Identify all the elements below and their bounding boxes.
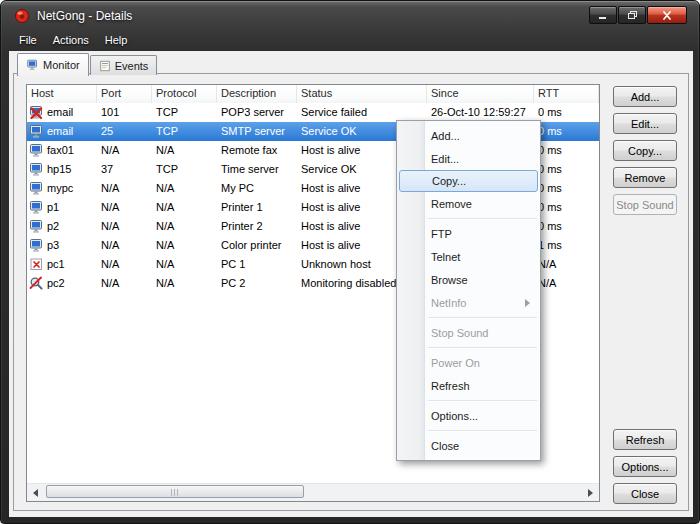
add-button[interactable]: Add... [613,86,677,107]
cell-rtt: 0 ms [534,217,599,236]
host-cell: email [27,122,97,141]
cell-description: PC 1 [217,255,297,274]
context-menu: Add...Edit...Copy...RemoveFTPTelnetBrows… [396,120,541,461]
tab-monitor[interactable]: Monitor [17,53,89,76]
cell-port: N/A [97,274,152,293]
column-header-host[interactable]: Host [27,85,97,103]
cell-description: Printer 2 [217,217,297,236]
menu-item-options[interactable]: Options... [397,404,540,427]
app-window: NetGong - Details File Actions Help [0,0,700,524]
menu-item-label: Copy... [432,175,466,187]
column-header-port[interactable]: Port [97,85,152,103]
window-title: NetGong - Details [37,9,132,23]
options-button[interactable]: Options... [613,456,677,477]
monitor-icon [26,59,39,71]
host-name: hp15 [47,160,71,179]
tab-bar: Monitor Events [17,53,158,75]
menu-help[interactable]: Help [97,33,136,49]
host-name: p2 [47,217,59,236]
tab-events[interactable]: Events [90,55,158,75]
cell-protocol: N/A [152,255,217,274]
monitoring-disabled-icon [29,276,44,291]
cell-description: Printer 1 [217,198,297,217]
menu-separator [428,400,537,401]
unknown-host-icon [29,257,44,272]
host-alive-icon [29,162,44,177]
scroll-left-button[interactable] [27,484,44,501]
column-header-protocol[interactable]: Protocol [152,85,217,103]
refresh-button[interactable]: Refresh [613,429,677,450]
cell-port: 101 [97,103,152,122]
h-scrollbar [27,483,599,501]
minimize-button[interactable] [589,6,617,24]
menu-item-label: Options... [431,410,478,422]
host-alive-icon [29,200,44,215]
menu-item-power-on: Power On [397,351,540,374]
cell-protocol: N/A [152,217,217,236]
cell-rtt: 0 ms [534,122,599,141]
menu-item-ftp[interactable]: FTP [397,222,540,245]
close-button[interactable] [647,6,687,24]
host-cell: p2 [27,217,97,236]
menu-file[interactable]: File [11,33,45,49]
column-header-rtt[interactable]: RTT [534,85,599,103]
host-cell: p3 [27,236,97,255]
cell-rtt: 0 ms [534,179,599,198]
host-name: fax01 [47,141,74,160]
window-controls [589,6,687,24]
cell-description: SMTP server [217,122,297,141]
remove-button[interactable]: Remove [613,167,677,188]
host-name: mypc [47,179,73,198]
scrollbar-thumb[interactable] [46,485,304,498]
menu-item-refresh[interactable]: Refresh [397,374,540,397]
scrollbar-track[interactable] [44,484,582,501]
cell-port: N/A [97,179,152,198]
column-header-description[interactable]: Description [217,85,297,103]
app-icon[interactable] [14,8,30,24]
menu-item-edit[interactable]: Edit... [397,147,540,170]
cell-rtt: 0 ms [534,141,599,160]
host-name: p1 [47,198,59,217]
cell-description: Time server [217,160,297,179]
cell-description: PC 2 [217,274,297,293]
menu-actions[interactable]: Actions [45,33,97,49]
menu-item-label: Close [431,440,459,452]
menu-item-copy[interactable]: Copy... [399,170,538,192]
host-alive-icon [29,143,44,158]
cell-protocol: N/A [152,179,217,198]
cell-port: N/A [97,236,152,255]
column-header-status[interactable]: Status [297,85,427,103]
scroll-right-button[interactable] [582,484,599,501]
tab-monitor-label: Monitor [43,59,80,71]
close-button[interactable]: Close [613,483,677,504]
menu-item-label: Stop Sound [431,327,489,339]
menu-item-telnet[interactable]: Telnet [397,245,540,268]
titlebar[interactable]: NetGong - Details [1,1,699,31]
host-cell: mypc [27,179,97,198]
cell-description: POP3 server [217,103,297,122]
cell-rtt: 0 ms [534,160,599,179]
menu-item-remove[interactable]: Remove [397,192,540,215]
cell-description: My PC [217,179,297,198]
edit-button[interactable]: Edit... [613,113,677,134]
column-header-since[interactable]: Since [427,85,534,103]
menu-item-label: Power On [431,357,480,369]
menu-item-label: Edit... [431,153,459,165]
menu-item-add[interactable]: Add... [397,124,540,147]
cell-protocol: TCP [152,122,217,141]
cell-description: Color printer [217,236,297,255]
service-failed-icon [29,105,44,120]
cell-port: 37 [97,160,152,179]
events-icon [99,60,111,72]
host-name: pc1 [47,255,65,274]
host-cell: p1 [27,198,97,217]
cell-protocol: N/A [152,198,217,217]
menu-item-browse[interactable]: Browse [397,268,540,291]
menu-separator [428,317,537,318]
menu-item-label: Refresh [431,380,470,392]
menu-item-close[interactable]: Close [397,434,540,457]
restore-button[interactable] [618,6,646,24]
minimize-icon [598,11,608,20]
copy-button[interactable]: Copy... [613,140,677,161]
cell-port: N/A [97,217,152,236]
